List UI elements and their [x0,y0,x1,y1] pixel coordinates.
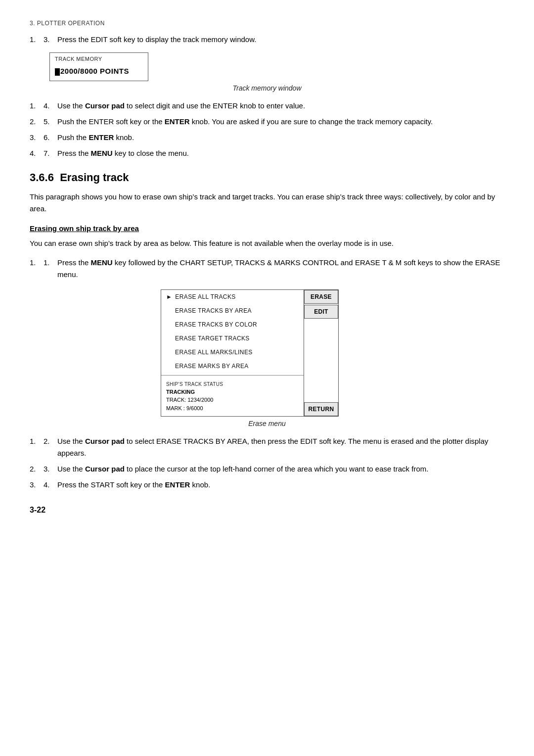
breadcrumb: 3. PLOTTER OPERATION [30,20,504,27]
step-4: 4. Use the Cursor pad to select digit an… [30,100,504,112]
status-label: SHIP’S TRACK STATUS [166,380,299,388]
steps-4-7: 4. Use the Cursor pad to select digit an… [30,100,504,159]
erase-step-4: 4. Press the START soft key or the ENTER… [30,479,504,491]
track-memory-caption: Track memory window [30,84,504,92]
subsection-title: Erasing own ship track by area [30,224,504,233]
erase-step-2: 2. Use the Cursor pad to select ERASE TR… [30,435,504,459]
mark-line: MARK : 9/6000 [166,404,299,413]
step-6: 6. Push the ENTER knob. [30,132,504,143]
erase-menu-panel: ► ERASE ALL TRACKS ERASE TRACKS BY AREA … [161,289,304,417]
erase-all-marks-lines-item: ERASE ALL MARKS/LINES [161,345,304,359]
erase-soft-key[interactable]: ERASE [304,290,338,304]
erase-tracks-by-color-item: ERASE TRACKS BY COLOR [161,318,304,331]
step-7: 7. Press the MENU key to close the menu. [30,147,504,159]
track-memory-value: 2000/8000 POINTS [55,67,143,76]
erase-steps: 1. Press the MENU key followed by the CH… [30,257,504,281]
erase-menu-caption: Erase menu [30,420,504,427]
menu-divider [161,375,304,376]
erase-menu-diagram: ► ERASE ALL TRACKS ERASE TRACKS BY AREA … [161,289,373,417]
step-3-text: 3. Press the EDIT soft key to display th… [30,34,504,46]
subsection-text: You can erase own ship’s track by area a… [30,237,504,250]
erase-step-1: 1. Press the MENU key followed by the CH… [30,257,504,281]
erase-steps-2-4: 2. Use the Cursor pad to select ERASE TR… [30,435,504,491]
track-line: TRACK: 1234/2000 [166,396,299,404]
arrow-icon: ► [166,293,172,300]
section-title: 3.6.6 Erasing track [30,171,504,184]
track-memory-label: TRACK MEMORY [55,56,143,62]
cursor-block [55,68,60,76]
erase-target-tracks-item: ERASE TARGET TRACKS [161,331,304,345]
return-soft-key[interactable]: RETURN [304,402,338,416]
edit-soft-key[interactable]: EDIT [304,305,338,319]
soft-keys-panel: ERASE EDIT RETURN [304,289,339,417]
page-number: 3-22 [30,506,504,515]
erase-tracks-by-area-item: ERASE TRACKS BY AREA [161,304,304,318]
section-366: 3.6.6 Erasing track This paragraph shows… [30,171,504,491]
erase-step-3: 3. Use the Cursor pad to place the curso… [30,463,504,475]
step-5: 5. Push the ENTER soft key or the ENTER … [30,116,504,128]
ship-track-status: SHIP’S TRACK STATUS TRACKING TRACK: 1234… [161,378,304,417]
soft-key-spacer [304,319,338,403]
erase-all-tracks-item: ► ERASE ALL TRACKS [161,290,304,304]
track-memory-window: TRACK MEMORY 2000/8000 POINTS [49,52,148,81]
tracking-value: TRACKING [166,388,299,396]
erase-marks-by-area-item: ERASE MARKS BY AREA [161,359,304,373]
section-intro: This paragraph shows you how to erase ow… [30,191,504,216]
